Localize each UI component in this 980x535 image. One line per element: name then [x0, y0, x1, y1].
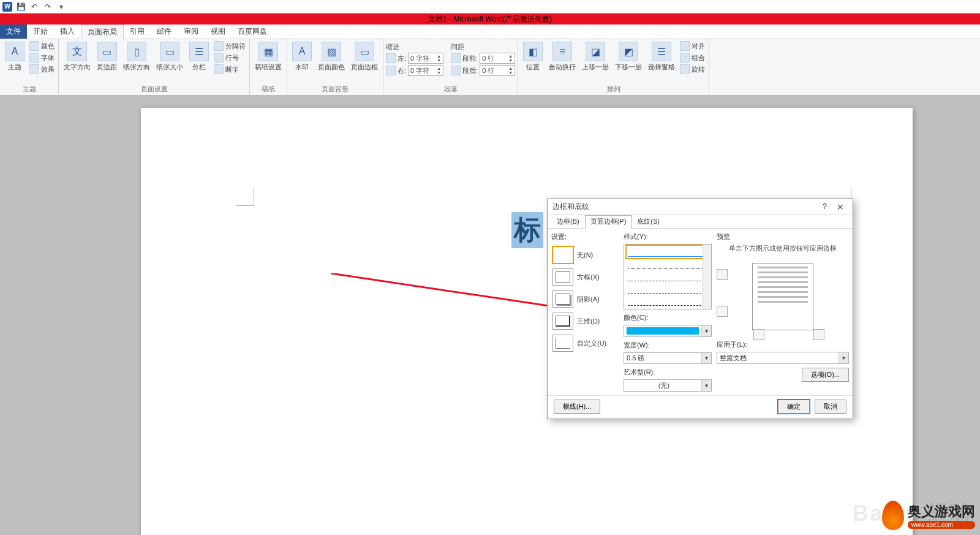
dialog-preview-column: 预览 单击下方图示或使用按钮可应用边框 应用于(L): 整篇文档▼ 选项(O).… [717, 232, 849, 392]
wrap-text-button[interactable]: ≡自动换行 [546, 40, 578, 73]
cancel-button[interactable]: 取消 [815, 400, 846, 414]
space-after-spinner[interactable]: 0 行▲▼ [480, 65, 515, 76]
space-before-spinner[interactable]: 0 行▲▼ [480, 53, 515, 64]
paper-settings-button[interactable]: ▦稿纸设置 [252, 40, 284, 73]
size-button[interactable]: ▭纸张大小 [154, 40, 186, 73]
setting-none-label: 无(N) [577, 251, 593, 260]
ok-button[interactable]: 确定 [778, 400, 810, 414]
group-objects-button[interactable]: 组合 [679, 52, 706, 63]
page-border-button[interactable]: ▭页面边框 [349, 40, 380, 73]
style-dashdot[interactable] [628, 296, 707, 306]
tab-home[interactable]: 开始 [27, 25, 54, 39]
themes-label: 主题 [8, 63, 21, 72]
indent-right-label: 右: [398, 66, 406, 75]
hyphenation-button[interactable]: 断字 [213, 64, 247, 75]
apply-to-label: 应用于(L): [717, 340, 849, 349]
position-label: 位置 [526, 63, 540, 72]
dialog-help-icon[interactable]: ? [823, 202, 827, 212]
width-combo[interactable]: 0.5 磅▼ [624, 352, 712, 365]
edge-left-button[interactable] [753, 329, 764, 340]
save-icon[interactable]: 💾 [16, 2, 26, 12]
setting-3d[interactable]: 三维(D) [551, 310, 619, 332]
page-color-button[interactable]: ▨页面颜色 [315, 40, 347, 73]
style-dashed[interactable] [628, 271, 707, 281]
preview-page-icon[interactable] [752, 263, 813, 330]
line-numbers-button[interactable]: 行号 [213, 52, 247, 63]
selection-pane-button[interactable]: ☰选择窗格 [646, 40, 677, 73]
tab-file[interactable]: 文件 [0, 25, 27, 39]
borders-shading-dialog: 边框和底纹 ? ✕ 边框(B) 页面边框(P) 底纹(S) 设置: 无(N) 方… [547, 199, 853, 419]
group-theme-label: 主题 [2, 85, 56, 95]
page-color-label: 页面颜色 [318, 63, 345, 72]
align-button[interactable]: 对齐 [679, 40, 706, 51]
send-backward-button[interactable]: ◩下移一层 [612, 40, 644, 73]
bring-forward-button[interactable]: ◪上移一层 [579, 40, 611, 73]
indent-header: 缩进 [386, 42, 443, 52]
setting-box-icon [552, 268, 573, 286]
tab-review[interactable]: 审阅 [178, 25, 205, 39]
setting-shadow[interactable]: 阴影(A) [551, 288, 619, 310]
rotate-button[interactable]: 旋转 [679, 64, 706, 75]
art-combo[interactable]: (无)▼ [624, 379, 712, 392]
breaks-button[interactable]: 分隔符 [213, 40, 247, 51]
color-combo[interactable]: ▼ [624, 325, 712, 337]
group-objects-label: 组合 [692, 53, 705, 63]
style-dotted[interactable] [628, 259, 707, 269]
group-page-setup: 文文字方向 ▭页边距 ▯纸张方向 ▭纸张大小 ☰分栏 分隔符 行号 断字 页面设… [59, 39, 250, 95]
color-label: 颜色(C): [624, 313, 712, 322]
theme-fonts[interactable]: 字体 [28, 52, 56, 63]
position-button[interactable]: ◧位置 [521, 40, 545, 73]
columns-button[interactable]: ☰分栏 [187, 40, 211, 73]
group-paragraph-label: 段落 [386, 85, 515, 95]
edge-bottom-button[interactable] [717, 306, 728, 317]
indent-left-spinner[interactable]: 0 字符▲▼ [408, 53, 443, 64]
edge-top-button[interactable] [717, 269, 728, 280]
quick-access-toolbar: W 💾 ↶ ↷ ▾ [0, 0, 980, 13]
setting-shadow-icon [552, 290, 573, 308]
orientation-button[interactable]: ▯纸张方向 [121, 40, 153, 73]
setting-box[interactable]: 方框(X) [551, 266, 619, 288]
style-label: 样式(Y): [624, 232, 712, 241]
undo-icon[interactable]: ↶ [29, 2, 39, 12]
redo-icon[interactable]: ↷ [43, 2, 53, 12]
chevron-down-icon: ▼ [701, 325, 711, 336]
tab-page-layout[interactable]: 页面布局 [81, 25, 124, 39]
style-dashed2[interactable] [628, 284, 707, 294]
apply-to-combo[interactable]: 整篇文档▼ [717, 352, 849, 364]
tab-baidu[interactable]: 百度网盘 [232, 25, 273, 39]
setting-custom-icon [552, 335, 573, 352]
style-listbox[interactable] [624, 244, 712, 309]
dialog-close-icon[interactable]: ✕ [833, 202, 848, 212]
tab-references[interactable]: 引用 [124, 25, 151, 39]
indent-left-label: 左: [398, 54, 406, 63]
theme-effects-label: 效果 [41, 65, 55, 74]
qat-more-icon[interactable]: ▾ [56, 2, 66, 12]
tab-border[interactable]: 边框(B) [551, 215, 585, 228]
tab-insert[interactable]: 插入 [54, 25, 81, 39]
style-solid[interactable] [628, 247, 707, 257]
flame-icon [882, 501, 904, 530]
horizontal-line-button[interactable]: 横线(H)... [554, 400, 600, 414]
group-paper: ▦稿纸设置 稿纸 [250, 39, 287, 95]
tab-page-border[interactable]: 页面边框(P) [585, 215, 632, 229]
setting-none[interactable]: 无(N) [551, 244, 619, 266]
margins-button[interactable]: ▭页边距 [94, 40, 119, 73]
tab-view[interactable]: 视图 [205, 25, 232, 39]
style-scrollbar[interactable] [703, 245, 711, 309]
color-swatch [627, 327, 699, 335]
theme-effects[interactable]: 效果 [28, 64, 56, 75]
watermark-button[interactable]: A水印 [290, 40, 314, 73]
setting-custom[interactable]: 自定义(U) [551, 332, 619, 354]
indent-right-spinner[interactable]: 0 字符▲▼ [408, 65, 443, 76]
options-button[interactable]: 选项(O)... [802, 368, 849, 382]
dialog-settings-column: 设置: 无(N) 方框(X) 阴影(A) 三维(D) 自定义(U) [551, 232, 619, 392]
edge-right-button[interactable] [813, 329, 824, 340]
tab-mailings[interactable]: 邮件 [151, 25, 178, 39]
selected-text[interactable]: 标 [511, 212, 543, 248]
themes-button[interactable]: A主题 [2, 40, 27, 73]
text-direction-button[interactable]: 文文字方向 [61, 40, 93, 73]
tab-shading[interactable]: 底纹(S) [631, 215, 665, 228]
align-label: 对齐 [692, 42, 705, 51]
theme-colors[interactable]: 颜色 [28, 40, 56, 51]
title-bar: 文档1 - Microsoft Word(产品激活失败) [0, 13, 980, 25]
